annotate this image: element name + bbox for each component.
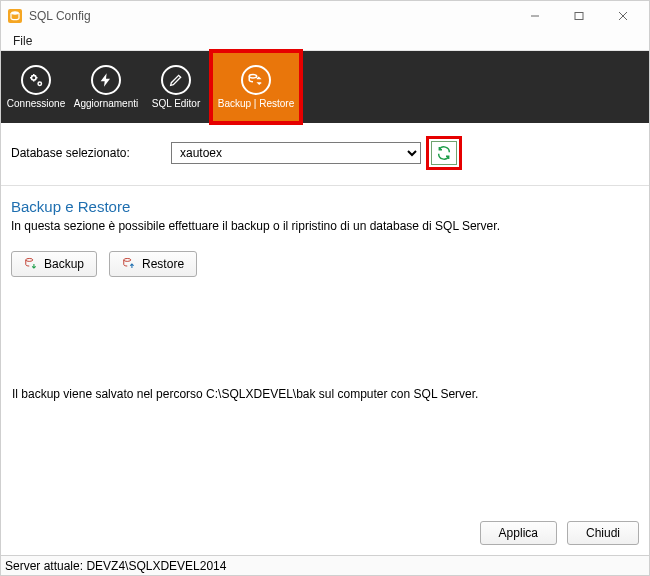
pencil-icon xyxy=(161,65,191,95)
svg-point-9 xyxy=(26,258,33,261)
lightning-icon xyxy=(91,65,121,95)
database-up-icon xyxy=(122,257,136,271)
tool-label: Aggiornamenti xyxy=(72,99,140,109)
button-row: Backup Restore xyxy=(11,251,639,277)
restore-button[interactable]: Restore xyxy=(109,251,197,277)
tool-backup-restore[interactable]: Backup | Restore xyxy=(211,51,301,123)
restore-button-label: Restore xyxy=(142,257,184,271)
menu-file[interactable]: File xyxy=(7,33,38,49)
titlebar: SQL Config xyxy=(1,1,649,31)
footer-buttons: Applica Chiudi xyxy=(1,515,649,555)
chiudi-button[interactable]: Chiudi xyxy=(567,521,639,545)
database-down-icon xyxy=(24,257,38,271)
svg-point-8 xyxy=(249,75,257,78)
menubar: File xyxy=(1,31,649,51)
applica-button[interactable]: Applica xyxy=(480,521,557,545)
maximize-button[interactable] xyxy=(557,2,601,30)
tool-label: Connessione xyxy=(5,99,67,109)
refresh-button[interactable] xyxy=(431,141,457,165)
statusbar: Server attuale: DEVZ4\SQLXDEVEL2014 xyxy=(1,555,649,575)
database-select[interactable]: xautoex xyxy=(171,142,421,164)
svg-rect-0 xyxy=(8,9,22,23)
window-title: SQL Config xyxy=(29,9,91,23)
refresh-icon xyxy=(436,145,452,161)
database-label: Database selezionato: xyxy=(11,146,161,160)
minimize-button[interactable] xyxy=(513,2,557,30)
content: Backup e Restore In questa sezione è pos… xyxy=(1,186,649,515)
tool-sql-editor[interactable]: SQL Editor xyxy=(141,51,211,123)
tool-connessione[interactable]: Connessione xyxy=(1,51,71,123)
window: SQL Config File Connessione xyxy=(0,0,650,576)
tool-label: SQL Editor xyxy=(150,99,203,109)
gears-icon xyxy=(21,65,51,95)
section-desc: In questa sezione è possibile effettuare… xyxy=(11,219,639,233)
svg-point-1 xyxy=(11,11,19,14)
backup-button[interactable]: Backup xyxy=(11,251,97,277)
tool-label: Backup | Restore xyxy=(216,99,297,109)
backup-path-info: Il backup viene salvato nel percorso C:\… xyxy=(11,387,639,401)
close-button[interactable] xyxy=(601,2,645,30)
backup-button-label: Backup xyxy=(44,257,84,271)
svg-point-7 xyxy=(38,82,41,85)
database-selector-row: Database selezionato: xautoex xyxy=(1,123,649,186)
database-swap-icon xyxy=(241,65,271,95)
svg-point-10 xyxy=(124,258,131,261)
tool-aggiornamenti[interactable]: Aggiornamenti xyxy=(71,51,141,123)
app-icon xyxy=(7,8,23,24)
statusbar-text: Server attuale: DEVZ4\SQLXDEVEL2014 xyxy=(5,559,226,573)
toolbar: Connessione Aggiornamenti SQL Editor Bac… xyxy=(1,51,649,123)
svg-rect-3 xyxy=(575,13,583,20)
section-title: Backup e Restore xyxy=(11,198,639,215)
